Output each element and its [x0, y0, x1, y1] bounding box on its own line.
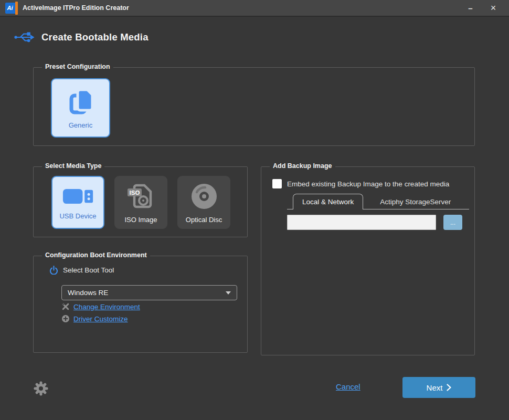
change-environment-row: Change Environment: [61, 302, 140, 311]
select-media-type-group: Select Media Type USB Device ISO: [33, 166, 248, 237]
usb-trident-icon: [14, 29, 35, 45]
iso-badge-label: ISO: [129, 189, 140, 195]
close-icon[interactable]: ×: [482, 0, 505, 16]
embed-backup-checkbox[interactable]: [272, 179, 282, 188]
page-header: Create Bootable Media: [14, 29, 149, 45]
minimize-icon[interactable]: –: [459, 0, 482, 16]
next-button-label: Next: [427, 383, 443, 392]
chevron-right-icon: [447, 384, 451, 391]
app-window: Ai ActiveImage ITPro Edition Creator – ×…: [0, 0, 509, 420]
backup-source-tabs: Local & Network Actiphy StorageServer: [287, 194, 469, 209]
driver-customize-link[interactable]: Driver Customize: [73, 315, 128, 323]
select-boot-tool-label: Select Boot Tool: [63, 266, 114, 274]
plus-circle-icon: [61, 314, 70, 323]
tile-label: ISO Image: [124, 216, 157, 224]
change-environment-link[interactable]: Change Environment: [73, 303, 140, 311]
optical-disc-icon: [189, 182, 219, 211]
add-backup-image-group: Add Backup Image Embed existing Backup I…: [261, 166, 475, 355]
gear-icon: [34, 381, 48, 396]
media-tile-iso-image[interactable]: ISO ISO Image: [114, 176, 167, 229]
tile-label: USB Device: [59, 212, 96, 220]
preset-group-label: Preset Configuration: [42, 63, 113, 70]
page-title: Create Bootable Media: [41, 32, 149, 43]
tools-icon: [61, 302, 70, 311]
power-icon: [49, 266, 58, 275]
titlebar: Ai ActiveImage ITPro Edition Creator – ×: [0, 0, 509, 17]
chevron-down-icon: [226, 291, 231, 295]
tile-label: Generic: [69, 121, 93, 129]
media-tiles-row: USB Device ISO ISO Image: [51, 176, 230, 229]
tile-label: Optical Disc: [186, 216, 222, 224]
next-button[interactable]: Next: [402, 377, 475, 398]
boot-group-label: Configuration Boot Environment: [42, 251, 150, 259]
select-boot-tool-row: Select Boot Tool: [49, 266, 114, 275]
backup-group-label: Add Backup Image: [270, 162, 335, 170]
media-tile-optical-disc[interactable]: Optical Disc: [177, 176, 230, 229]
media-tile-usb-device[interactable]: USB Device: [51, 176, 104, 229]
preset-tile-generic[interactable]: Generic: [51, 78, 110, 138]
backup-path-input[interactable]: [287, 215, 436, 230]
usb-drive-icon: [62, 185, 94, 207]
media-group-label: Select Media Type: [42, 162, 104, 170]
tab-actiphy-storageserver[interactable]: Actiphy StorageServer: [363, 194, 468, 209]
browse-button[interactable]: ...: [443, 215, 462, 230]
embed-backup-row: Embed existing Backup Image to the creat…: [272, 179, 449, 188]
embed-backup-label: Embed existing Backup Image to the creat…: [287, 180, 449, 188]
window-title: ActiveImage ITPro Edition Creator: [23, 4, 459, 12]
app-logo-text: Ai: [7, 5, 13, 11]
boot-tool-dropdown[interactable]: Windows RE: [61, 285, 237, 300]
configuration-boot-environment-group: Configuration Boot Environment Select Bo…: [33, 256, 248, 353]
preset-configuration-group: Preset Configuration Generic: [33, 67, 475, 146]
backup-path-row: ...: [287, 215, 462, 230]
app-logo-orange-bar: [15, 2, 18, 15]
iso-file-icon: ISO: [126, 182, 156, 211]
copy-document-icon: [66, 87, 96, 117]
tab-local-network[interactable]: Local & Network: [293, 194, 363, 209]
boot-tool-selected-value: Windows RE: [68, 289, 108, 297]
app-logo-icon: Ai: [5, 3, 16, 14]
settings-button[interactable]: [34, 381, 48, 396]
cancel-button[interactable]: Cancel: [336, 382, 360, 391]
driver-customize-row: Driver Customize: [61, 314, 128, 323]
